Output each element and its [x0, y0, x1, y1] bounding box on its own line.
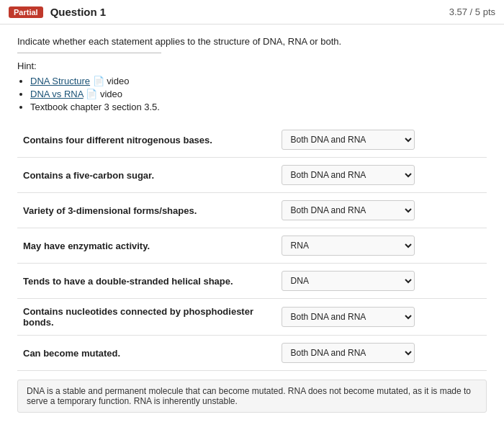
divider [17, 53, 161, 53]
table-row: Contains a five-carbon sugar.DNARNABoth … [17, 158, 487, 193]
hint-textbook: Textbook chapter 3 section 3.5. [30, 102, 160, 112]
feedback-box: DNA is a stable and permanent molecule t… [17, 380, 487, 413]
hint-list: DNA Structure 📄 video DNA vs RNA 📄 video… [17, 76, 487, 112]
hint-item-1: DNA Structure 📄 video [30, 76, 487, 86]
answer-select-7[interactable]: DNARNABoth DNA and RNA [282, 343, 415, 363]
answer-select-6[interactable]: DNARNABoth DNA and RNA [282, 307, 415, 327]
table-row: May have enzymatic activity.DNARNABoth D… [17, 228, 487, 264]
table-row: Tends to have a double-stranded helical … [17, 264, 487, 299]
question-title: Question 1 [50, 6, 449, 18]
instruction-text: Indicate whether each statement applies … [17, 36, 487, 47]
statement-2: Contains a five-carbon sugar. [17, 158, 276, 193]
select-cell-4: DNARNABoth DNA and RNA [276, 228, 487, 264]
dna-structure-link[interactable]: DNA Structure [30, 76, 90, 86]
select-cell-1: DNARNABoth DNA and RNA [276, 122, 487, 158]
table-row: Contains nucleotides connected by phosph… [17, 299, 487, 336]
answer-select-5[interactable]: DNARNABoth DNA and RNA [282, 271, 415, 291]
table-row: Can become mutated.DNARNABoth DNA and RN… [17, 336, 487, 371]
hint-icon-2: 📄 [86, 89, 97, 99]
select-cell-7: DNARNABoth DNA and RNA [276, 336, 487, 371]
score: 3.57 / 5 pts [449, 6, 495, 17]
statement-7: Can become mutated. [17, 336, 276, 371]
statement-1: Contains four different nitrogenous base… [17, 122, 276, 158]
statement-3: Variety of 3-dimensional forms/shapes. [17, 193, 276, 228]
header-bar: Partial Question 1 3.57 / 5 pts [0, 0, 504, 24]
statement-5: Tends to have a double-stranded helical … [17, 264, 276, 299]
main-content: Indicate whether each statement applies … [0, 24, 504, 424]
hint-suffix-2: video [100, 89, 122, 99]
questions-table: Contains four different nitrogenous base… [17, 122, 487, 371]
statement-4: May have enzymatic activity. [17, 228, 276, 264]
table-row: Contains four different nitrogenous base… [17, 122, 487, 158]
partial-badge: Partial [9, 6, 43, 18]
page-container: Partial Question 1 3.57 / 5 pts Indicate… [0, 0, 504, 435]
select-cell-3: DNARNABoth DNA and RNA [276, 193, 487, 228]
answer-select-4[interactable]: DNARNABoth DNA and RNA [282, 236, 415, 256]
select-cell-6: DNARNABoth DNA and RNA [276, 299, 487, 336]
hint-suffix-1: video [107, 76, 129, 86]
answer-select-3[interactable]: DNARNABoth DNA and RNA [282, 200, 415, 220]
answer-select-2[interactable]: DNARNABoth DNA and RNA [282, 165, 415, 185]
dna-vs-rna-link[interactable]: DNA vs RNA [30, 89, 84, 99]
select-cell-2: DNARNABoth DNA and RNA [276, 158, 487, 193]
hint-label: Hint: [17, 60, 487, 71]
select-cell-5: DNARNABoth DNA and RNA [276, 264, 487, 299]
hint-item-2: DNA vs RNA 📄 video [30, 89, 487, 99]
hint-item-3: Textbook chapter 3 section 3.5. [30, 102, 487, 112]
statement-6: Contains nucleotides connected by phosph… [17, 299, 276, 336]
feedback-text: DNA is a stable and permanent molecule t… [27, 386, 471, 406]
answer-select-1[interactable]: DNARNABoth DNA and RNA [282, 130, 415, 150]
hint-icon-1: 📄 [93, 76, 104, 86]
table-row: Variety of 3-dimensional forms/shapes.DN… [17, 193, 487, 228]
